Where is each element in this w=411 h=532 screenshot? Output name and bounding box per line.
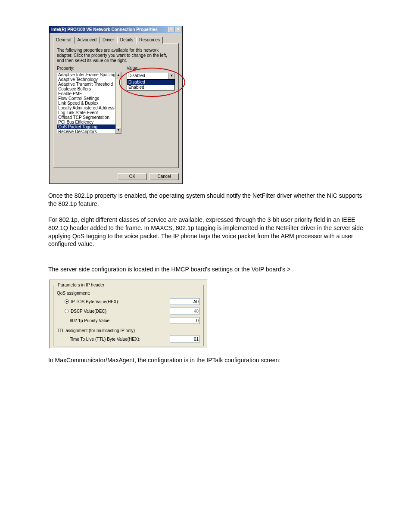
priority-label: 802.1p Priority Value:	[70, 318, 111, 323]
list-item[interactable]: Link Speed & Duplex	[57, 101, 121, 106]
body-paragraph: The server side configuration is located…	[48, 265, 368, 274]
cancel-button[interactable]: Cancel	[149, 173, 179, 180]
titlebar: Intel(R) PRO/100 VE Network Connection P…	[50, 26, 182, 33]
text-span: The server side configuration is located…	[48, 266, 212, 273]
window-title: Intel(R) PRO/100 VE Network Connection P…	[51, 27, 158, 32]
list-item[interactable]: Log Link State Event	[57, 110, 121, 115]
scroll-down-icon[interactable]: ▼	[116, 128, 121, 134]
body-paragraph: In MaxCommunicator/MaxAgent, the configu…	[48, 356, 368, 364]
body-paragraph: Once the 802.1p property is enabled, the…	[48, 192, 368, 208]
radio-tos[interactable]	[65, 299, 69, 304]
value-dropdown-list[interactable]: Disabled Enabled	[127, 79, 175, 90]
list-item[interactable]: Coalesce Buffers	[57, 87, 121, 91]
tab-resources[interactable]: Resources	[136, 37, 163, 44]
ip-header-parameters-panel: Parameters in IP header QoS assignment: …	[49, 280, 208, 348]
list-item[interactable]: Flow Control Settings	[57, 96, 121, 101]
option-disabled[interactable]: Disabled	[127, 80, 174, 85]
value-combobox[interactable]: Disabled ▼	[127, 72, 175, 80]
tab-row: General Advanced Driver Details Resource…	[53, 37, 179, 44]
dscp-input	[170, 308, 200, 314]
tab-advanced[interactable]: Advanced	[75, 37, 100, 44]
dscp-label: DSCP Value(DEC):	[71, 309, 108, 314]
text-span: >	[287, 266, 292, 273]
scroll-up-icon[interactable]: ▲	[116, 72, 121, 78]
list-item[interactable]: Receive Descriptors	[57, 129, 121, 134]
help-icon[interactable]: ?	[168, 27, 174, 32]
tab-details[interactable]: Details	[117, 37, 137, 44]
close-icon[interactable]: X	[175, 27, 181, 32]
fieldset-legend: Parameters in IP header	[57, 283, 105, 287]
list-item[interactable]: Locally Administered Address	[57, 106, 121, 110]
body-paragraph: For 802.1p, eight different classes of s…	[48, 216, 368, 249]
tab-driver[interactable]: Driver	[100, 37, 117, 44]
tos-label: IP TOS Byte Value(HEX):	[71, 299, 119, 304]
list-item[interactable]: Adaptive Technology	[57, 77, 121, 82]
list-item[interactable]: Adaptive Transmit Threshold	[57, 82, 121, 87]
scrollbar[interactable]: ▲ ▼	[115, 72, 121, 134]
property-listbox[interactable]: Adaptive Inter-Frame Spacing Adaptive Te…	[57, 72, 121, 134]
priority-input[interactable]	[170, 317, 200, 324]
parameters-fieldset: Parameters in IP header QoS assignment: …	[53, 283, 204, 346]
list-item[interactable]: Adaptive Inter-Frame Spacing	[57, 72, 121, 77]
value-label: Value:	[127, 66, 175, 71]
ttl-label: Time To Live (TTL) Byte Value(HEX):	[70, 337, 140, 342]
ttl-section-label: TTL assignment:(for multicasting IP only…	[57, 328, 200, 333]
tab-general[interactable]: General	[53, 37, 75, 44]
combobox-value: Disabled	[127, 73, 168, 78]
text-span: .	[292, 266, 294, 273]
radio-dscp[interactable]	[65, 309, 69, 313]
tos-input[interactable]	[170, 298, 200, 305]
list-item[interactable]: Enable PME	[57, 91, 121, 96]
ttl-input[interactable]	[170, 336, 200, 342]
list-item[interactable]: Offload TCP Segmentation	[57, 115, 121, 120]
list-item[interactable]: PCI Bus Efficiency	[57, 120, 121, 124]
tab-content: The following properties are available f…	[53, 43, 179, 168]
nic-properties-dialog: Intel(R) PRO/100 VE Network Connection P…	[49, 26, 183, 184]
list-item-selected[interactable]: QoS Packet Tagging	[57, 124, 121, 129]
chevron-down-icon[interactable]: ▼	[168, 73, 174, 79]
instruction-text: The following properties are available f…	[57, 48, 175, 63]
qos-assignment-label: QoS assignment:	[57, 291, 200, 296]
text-span: settings or the VoIP board's	[212, 266, 287, 273]
property-label: Property:	[57, 66, 121, 71]
option-enabled[interactable]: Enabled	[127, 85, 174, 90]
ok-button[interactable]: OK	[118, 173, 147, 180]
